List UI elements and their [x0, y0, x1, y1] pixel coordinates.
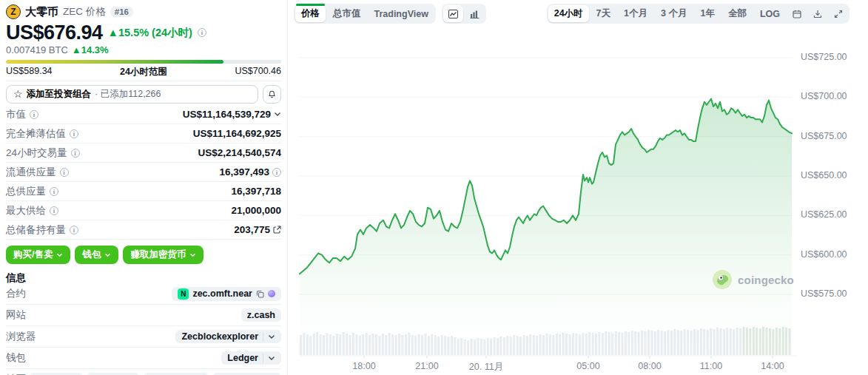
y-axis-label: US$575.00	[801, 288, 847, 299]
up-arrow-icon: ▲	[72, 44, 81, 55]
stat-value: US$11,164,692,925	[193, 128, 281, 139]
y-axis-label: US$650.00	[801, 170, 847, 180]
tab-price[interactable]: 价格	[295, 5, 326, 22]
x-axis-label: 21:00	[401, 361, 453, 371]
stat-value: US$2,214,540,574	[198, 147, 281, 158]
y-axis-label: US$625.00	[801, 209, 847, 220]
divider	[263, 354, 263, 363]
bar-chart-icon	[470, 10, 480, 18]
info-icon[interactable]: i	[70, 226, 78, 234]
x-axis-label: 18:00	[338, 361, 390, 371]
wallet-name: Ledger	[227, 353, 258, 363]
info-icon[interactable]: i	[30, 110, 38, 119]
range-7d[interactable]: 7天	[591, 5, 616, 22]
price-change-24h: 15.5% (24小时)	[118, 27, 192, 38]
range-bar-track	[6, 60, 281, 64]
info-icon[interactable]: i	[60, 168, 69, 177]
info-icon[interactable]: i	[198, 28, 206, 37]
explorer-name: Zecblockexplorer	[181, 331, 258, 342]
stat-label: 最大供给	[6, 204, 46, 217]
calendar-button[interactable]	[787, 5, 807, 22]
info-label: 网站	[6, 308, 26, 322]
info-icon[interactable]: i	[71, 149, 80, 158]
contract-address: zec.omft.near	[192, 288, 252, 299]
stat-label: 总储备持有量	[6, 223, 66, 237]
explorer-pill[interactable]: Zecblockexplorer	[175, 330, 281, 343]
range-3m[interactable]: 3 个月	[655, 5, 693, 22]
copy-icon[interactable]	[256, 290, 264, 298]
stat-value: US$11,164,539,729	[183, 109, 271, 120]
line-chart-icon-button[interactable]	[443, 5, 463, 22]
info-row-explorer: 浏览器 Zecblockexplorer	[6, 326, 281, 348]
website-pill[interactable]: z.cash	[241, 308, 281, 322]
buy-sell-button[interactable]: 购买/售卖	[6, 246, 70, 264]
coin-sidebar: Z 大零币 ZEC 价格 #16 US$676.94 ▲15.5% (24小时)…	[0, 0, 288, 375]
info-label: 合约	[6, 287, 26, 300]
price-alert-button[interactable]	[263, 85, 281, 104]
stat-label: 完全摊薄估值	[6, 127, 66, 141]
wallet-button[interactable]: 钱包	[75, 246, 118, 264]
stat-label: 流通供应量	[6, 166, 56, 179]
price-chart[interactable]	[300, 41, 792, 359]
stat-row-fdv: 完全摊薄估值i US$11,164,692,925	[6, 124, 281, 143]
bar-chart-icon-button[interactable]	[465, 5, 485, 22]
chart-toolbar: 价格 总市值 TradingView 24小时 7天 1个月 3 个月 1年 全…	[294, 4, 850, 24]
stat-row-volume: 24小时交易量i US$2,214,540,574	[6, 143, 281, 163]
info-row-community: 社区 Reddit Twitter	[6, 369, 281, 375]
y-axis-label: US$675.00	[801, 131, 847, 141]
y-axis-label: US$600.00	[801, 249, 847, 260]
near-icon: N	[178, 288, 189, 300]
info-row-contract: 合约 N zec.omft.near	[6, 283, 281, 305]
chevron-down-icon	[189, 253, 196, 257]
coin-ticker-label: ZEC 价格	[63, 5, 106, 18]
info-label: 浏览器	[6, 330, 36, 343]
x-axis-label: 11:00	[685, 361, 737, 371]
info-row-wallets: 钱包 Ledger	[6, 348, 281, 369]
buy-sell-label: 购买/售卖	[13, 249, 53, 261]
range-1m[interactable]: 1个月	[618, 5, 653, 22]
y-axis-label: US$725.00	[801, 52, 847, 62]
up-arrow-icon: ▲	[108, 27, 118, 38]
range-log[interactable]: LOG	[754, 5, 786, 22]
tab-marketcap[interactable]: 总市值	[327, 5, 367, 22]
bell-icon	[268, 89, 276, 99]
btc-change-24h: 14.3%	[81, 44, 109, 55]
stat-value: 16,397,493	[219, 166, 269, 178]
info-section-heading: 信息	[6, 271, 281, 283]
info-icon[interactable]: i	[50, 206, 58, 215]
info-icon[interactable]: i	[50, 187, 58, 196]
earn-crypto-button[interactable]: 赚取加密货币	[123, 246, 203, 264]
info-row-website: 网站 z.cash	[6, 305, 281, 326]
info-icon[interactable]: i	[70, 129, 78, 138]
info-icon[interactable]: i	[272, 168, 281, 177]
contract-pill[interactable]: N zec.omft.near	[172, 287, 281, 301]
gem-icon[interactable]	[268, 290, 275, 297]
x-axis-label: 08:00	[624, 361, 676, 371]
chevron-down-icon	[104, 253, 111, 257]
fullscreen-button[interactable]	[829, 5, 848, 22]
chevron-down-icon[interactable]	[274, 112, 281, 117]
range-all[interactable]: 全部	[722, 5, 753, 22]
chart-tab-group: 价格 总市值 TradingView	[294, 4, 436, 24]
range-1y[interactable]: 1年	[694, 5, 720, 22]
chevron-down-icon[interactable]	[268, 356, 275, 361]
external-link-icon[interactable]	[273, 226, 281, 234]
coin-header: Z 大零币 ZEC 价格 #16	[6, 4, 281, 19]
add-to-portfolio-button[interactable]: ☆ 添加至投资组合 · 已添加112,266	[6, 85, 258, 104]
current-price: US$676.94	[6, 21, 103, 44]
wallet-pill[interactable]: Ledger	[221, 351, 281, 365]
chevron-down-icon[interactable]	[268, 334, 275, 339]
calendar-icon	[793, 10, 801, 18]
divider	[6, 81, 281, 81]
stat-row-circulating-supply: 流通供应量i 16,397,493i	[6, 163, 281, 182]
stat-row-max-supply: 最大供给i 21,000,000	[6, 201, 281, 220]
range-low: US$589.34	[6, 66, 53, 78]
range-high: US$700.46	[235, 66, 281, 78]
chevron-down-icon	[56, 253, 63, 257]
download-button[interactable]	[808, 5, 827, 22]
tab-tradingview[interactable]: TradingView	[369, 5, 434, 22]
stat-row-total-supply: 总供应量i 16,397,718	[6, 182, 281, 201]
range-24h[interactable]: 24小时	[548, 5, 589, 22]
stat-label: 市值	[6, 108, 26, 121]
x-axis-label: 20. 11月	[460, 361, 512, 374]
